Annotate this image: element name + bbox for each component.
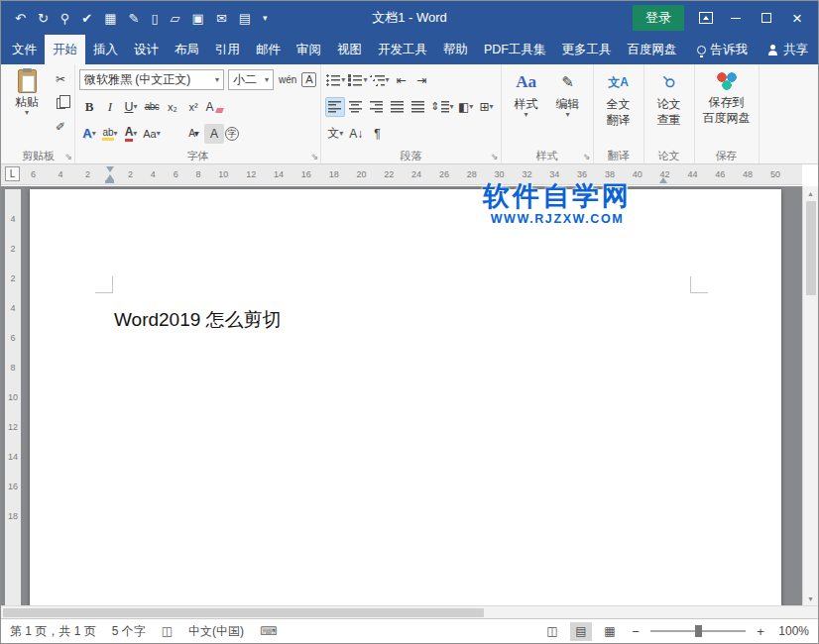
styles-dialog-launcher[interactable]: ⇘: [583, 153, 591, 161]
align-right-button[interactable]: [367, 97, 387, 117]
login-button[interactable]: 登录: [633, 5, 684, 31]
format-painter-button[interactable]: ✐: [51, 117, 70, 137]
borders-button[interactable]: ⊞▾: [477, 97, 497, 117]
font-family-select[interactable]: 微软雅黑 (中文正文) ▾: [79, 69, 224, 90]
ribbon-tab[interactable]: 布局: [167, 35, 207, 64]
open-file-icon[interactable]: ▱: [171, 12, 180, 25]
redo-icon[interactable]: ↻: [38, 12, 49, 25]
read-mode-button[interactable]: ◫: [541, 622, 563, 641]
character-border-button[interactable]: A: [301, 72, 316, 87]
justify-button[interactable]: [388, 97, 408, 117]
web-layout-button[interactable]: ▦: [599, 622, 621, 641]
font-color-button[interactable]: A▾: [121, 124, 141, 144]
print-icon[interactable]: ▤: [239, 12, 251, 25]
ribbon-tab[interactable]: 设计: [126, 35, 167, 64]
vertical-ruler[interactable]: 4224681012141618: [5, 189, 21, 605]
editing-button[interactable]: ✎ 编辑 ▾: [547, 66, 589, 119]
shrink-font-button[interactable]: A▾: [183, 124, 203, 144]
align-left-button[interactable]: [325, 97, 345, 117]
bullets-button[interactable]: ▾: [325, 70, 346, 90]
zoom-level[interactable]: 100%: [775, 624, 809, 638]
pen-icon[interactable]: ✎: [129, 12, 140, 25]
vertical-scroll-thumb[interactable]: [806, 201, 816, 295]
word-count[interactable]: 5 个字: [112, 623, 146, 640]
change-case-button[interactable]: Aa▾: [142, 124, 162, 144]
zoom-in-button[interactable]: +: [753, 624, 768, 639]
tab-home[interactable]: 开始: [45, 35, 85, 64]
italic-button[interactable]: I: [100, 97, 120, 117]
draw-table-icon[interactable]: ▦: [104, 12, 116, 25]
phonetic-guide-button[interactable]: wén: [278, 70, 297, 90]
save-to-netdisk-button[interactable]: 保存到 百度网盘: [699, 66, 755, 125]
share-button[interactable]: 共享: [758, 35, 818, 64]
ribbon-display-options-icon[interactable]: [699, 12, 713, 24]
numbering-button[interactable]: ▾: [347, 70, 368, 90]
sort-button[interactable]: A↓: [346, 124, 366, 144]
ribbon-tab[interactable]: 插入: [85, 35, 126, 64]
ribbon-tab[interactable]: 更多工具: [554, 35, 620, 64]
print-preview-icon[interactable]: ⚲: [60, 12, 70, 25]
scroll-up-icon[interactable]: ▲: [807, 186, 814, 200]
spelling-check-icon[interactable]: ✔: [81, 12, 92, 25]
print-layout-button[interactable]: ▤: [570, 622, 592, 641]
copy-button[interactable]: [51, 93, 70, 113]
ribbon-tab[interactable]: 引用: [207, 35, 248, 64]
ribbon-tab[interactable]: 帮助: [435, 35, 476, 64]
document-page[interactable]: Word2019 怎么剪切: [30, 189, 781, 605]
undo-icon[interactable]: ↶: [15, 12, 26, 25]
ribbon-tab[interactable]: PDF工具集: [476, 35, 554, 64]
font-size-select[interactable]: 小二 ▾: [228, 69, 274, 90]
strikethrough-button[interactable]: abc: [142, 97, 162, 117]
minimize-button[interactable]: [728, 8, 744, 28]
new-document-icon[interactable]: ▯: [151, 12, 158, 25]
language-indicator[interactable]: 中文(中国): [188, 623, 244, 640]
paper-check-button[interactable]: ⚲ 论文 查重: [648, 66, 690, 127]
font-dialog-launcher[interactable]: ⇘: [311, 153, 319, 161]
multilevel-list-button[interactable]: ▾: [369, 70, 390, 90]
ribbon-tab[interactable]: 审阅: [289, 35, 329, 64]
character-shading-button[interactable]: A: [204, 124, 224, 144]
full-text-translate-button[interactable]: 文A 全文 翻译: [598, 66, 640, 127]
ribbon-tab[interactable]: 百度网盘: [620, 35, 685, 64]
underline-button[interactable]: U▾: [121, 97, 141, 117]
show-formatting-marks-button[interactable]: ¶: [367, 124, 387, 144]
decrease-indent-button[interactable]: ⇤: [391, 70, 410, 90]
highlight-button[interactable]: ab▾: [100, 124, 120, 144]
email-icon[interactable]: ✉: [216, 12, 227, 25]
tab-file[interactable]: 文件: [4, 35, 45, 64]
input-mode-icon[interactable]: ⌨: [260, 624, 277, 638]
vertical-scrollbar[interactable]: ▲ ▼: [802, 186, 818, 605]
line-spacing-button[interactable]: ⇕▾: [429, 97, 454, 117]
tell-me-button[interactable]: 告诉我: [687, 35, 759, 64]
save-icon[interactable]: ▣: [192, 12, 204, 25]
superscript-button[interactable]: x²: [183, 97, 203, 117]
maximize-button[interactable]: [759, 8, 774, 28]
shading-button[interactable]: ◧▾: [456, 97, 476, 117]
horizontal-scrollbar[interactable]: [1, 605, 802, 618]
zoom-out-button[interactable]: −: [628, 624, 644, 639]
first-line-indent-marker[interactable]: [106, 166, 114, 172]
scroll-down-icon[interactable]: ▼: [807, 591, 814, 605]
asian-layout-button[interactable]: 文▾: [325, 124, 345, 144]
align-center-button[interactable]: [346, 97, 366, 117]
proofing-icon[interactable]: ◫: [162, 624, 173, 638]
enclose-character-button[interactable]: 字: [225, 127, 239, 141]
right-indent-marker[interactable]: [659, 177, 667, 183]
paste-button[interactable]: 粘贴 ▾: [6, 66, 48, 117]
ribbon-tab[interactable]: 开发工具: [370, 35, 435, 64]
styles-button[interactable]: Aa 样式 ▾: [506, 66, 547, 119]
clear-formatting-button[interactable]: A: [204, 97, 224, 117]
customize-qat-icon[interactable]: ▾: [263, 14, 268, 23]
hanging-indent-marker[interactable]: [105, 174, 114, 183]
page-indicator[interactable]: 第 1 页，共 1 页: [10, 623, 96, 640]
zoom-slider[interactable]: [650, 630, 746, 632]
document-heading[interactable]: Word2019 怎么剪切: [114, 307, 282, 333]
close-button[interactable]: ×: [789, 8, 805, 28]
horizontal-scroll-thumb[interactable]: [3, 608, 484, 617]
cut-button[interactable]: ✂: [51, 69, 70, 89]
distribute-button[interactable]: [409, 97, 428, 117]
paragraph-dialog-launcher[interactable]: ⇘: [491, 153, 499, 161]
zoom-slider-thumb[interactable]: [695, 625, 702, 637]
text-effects-button[interactable]: A▾: [79, 124, 99, 144]
increase-indent-button[interactable]: ⇥: [411, 70, 431, 90]
